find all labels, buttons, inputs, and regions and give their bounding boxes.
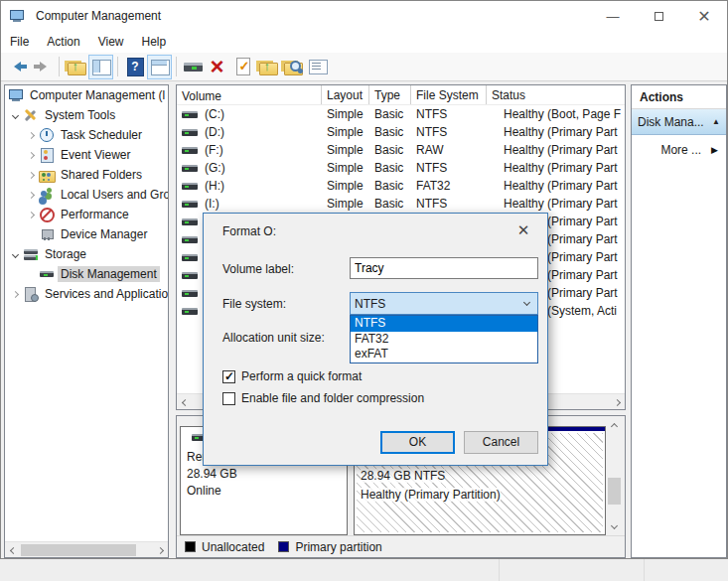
combobox-value: NTFS (355, 297, 385, 311)
tree-expander-icon[interactable] (12, 250, 19, 257)
volume-status: Healthy (Primary Part (487, 161, 625, 175)
dialog-close-button[interactable]: ✕ (511, 219, 535, 241)
table-row[interactable]: (G:) Simple Basic NTFS Healthy (Primary … (177, 159, 625, 177)
tree-horizontal-scrollbar[interactable] (5, 541, 168, 557)
volume-drive-icon (182, 218, 198, 225)
checkbox-row[interactable]: Perform a quick format (222, 369, 362, 383)
tree-item[interactable]: System Tools (5, 105, 168, 125)
table-row[interactable]: (F:) Simple Basic RAW Healthy (Primary P… (177, 141, 625, 159)
cancel-button[interactable]: Cancel (464, 431, 538, 454)
tree-item[interactable]: Local Users and Gro (5, 185, 168, 205)
tree-item[interactable]: Task Scheduler (5, 125, 168, 145)
computer-icon (8, 87, 24, 103)
forward-icon (33, 57, 53, 76)
menu-item[interactable]: Help (133, 31, 176, 53)
legend-swatch (185, 541, 196, 552)
toolbar-button[interactable] (147, 55, 172, 79)
column-header-volume[interactable]: Volume (177, 85, 322, 104)
toolbar-button[interactable] (88, 55, 113, 79)
volume-label-input[interactable] (350, 257, 538, 279)
tree-item[interactable]: Shared Folders (5, 165, 168, 185)
toolbar-button[interactable] (30, 55, 55, 79)
volume-layout: Simple (322, 161, 369, 175)
scroll-thumb[interactable] (21, 544, 136, 556)
table-row[interactable]: (I:) Simple Basic NTFS Healthy (Primary … (177, 195, 625, 213)
table-row[interactable]: (D:) Simple Basic NTFS Healthy (Primary … (177, 123, 625, 141)
ok-button[interactable]: OK (380, 431, 455, 454)
column-header-layout[interactable]: Layout (322, 85, 369, 104)
show-panel-icon (150, 57, 170, 76)
maximize-button[interactable] (636, 1, 681, 31)
tree-item-label: Local Users and Gro (58, 187, 169, 203)
console-tree: Computer Management (l System Tools Task… (5, 85, 168, 304)
toolbar-button[interactable] (181, 55, 206, 79)
volume-drive-icon (182, 290, 198, 297)
dropdown-option[interactable]: FAT32 (351, 332, 537, 348)
legend-label: Unallocated (202, 540, 264, 554)
scroll-left-button[interactable] (5, 543, 21, 558)
dropdown-option[interactable]: exFAT (351, 347, 537, 363)
toolbar-button[interactable] (5, 55, 30, 79)
title-bar[interactable]: Computer Management — ✕ (1, 1, 727, 31)
tree-expander-icon[interactable] (28, 151, 35, 158)
checkbox[interactable] (222, 392, 235, 405)
tree-expander-icon[interactable] (28, 171, 35, 178)
tree-item[interactable]: Device Manager (5, 224, 168, 244)
tree-item[interactable]: Performance (5, 205, 168, 224)
volume-drive-icon (182, 147, 198, 154)
volume-drive-icon (182, 111, 198, 118)
tree-item[interactable]: Services and Applicatio (5, 284, 168, 304)
table-row[interactable]: (C:) Simple Basic NTFS Healthy (Boot, Pa… (177, 105, 625, 123)
menu-item[interactable]: File (1, 31, 38, 53)
tree-item[interactable]: Event Viewer (5, 145, 168, 165)
device-manager-icon (39, 226, 55, 242)
table-row[interactable]: (H:) Simple Basic FAT32 Healthy (Primary… (177, 177, 625, 195)
toolbar-button[interactable] (280, 55, 305, 79)
delete-icon (209, 57, 228, 76)
volume-type: Basic (369, 107, 411, 121)
toolbar-button[interactable] (255, 55, 280, 79)
tree-expander-icon[interactable] (12, 111, 19, 118)
tree-expander-icon[interactable] (28, 211, 35, 218)
minimize-button[interactable]: — (590, 1, 636, 31)
tree-item-label: Device Manager (58, 226, 150, 242)
volume-file-system: FAT32 (411, 179, 487, 193)
actions-section-disk-management[interactable]: Disk Mana... ▲ (632, 109, 726, 135)
close-button[interactable]: ✕ (681, 1, 727, 31)
graphical-view-vertical-scrollbar[interactable] (606, 418, 623, 534)
toolbar-button[interactable] (305, 55, 330, 79)
volume-drive-icon (182, 129, 198, 136)
column-header-file-system[interactable]: File System (411, 85, 487, 104)
tree-item[interactable]: Storage (5, 244, 168, 264)
volume-status: Healthy (Primary Part (487, 143, 625, 157)
column-header-status[interactable]: Status (487, 85, 625, 104)
scroll-thumb[interactable] (608, 478, 621, 505)
strip-divider (499, 559, 500, 581)
menu-item[interactable]: Action (38, 31, 88, 53)
scroll-up-button[interactable] (606, 418, 623, 434)
scroll-left-button[interactable] (177, 395, 193, 410)
checkbox-row[interactable]: Enable file and folder compression (222, 391, 424, 405)
toolbar-button[interactable] (64, 55, 88, 79)
window-title: Computer Management (36, 9, 161, 23)
file-system-combobox[interactable]: NTFS (350, 292, 538, 315)
services-icon (23, 286, 39, 302)
scroll-right-button[interactable] (609, 395, 625, 410)
checkbox[interactable] (222, 370, 235, 383)
more-actions-label: More ... (660, 143, 701, 157)
tree-expander-icon[interactable] (28, 131, 35, 138)
actions-more-item[interactable]: More ... ▶ (632, 135, 726, 159)
dropdown-option[interactable]: NTFS (351, 316, 537, 332)
tree-expander-icon[interactable] (12, 290, 19, 297)
tree-item[interactable]: Computer Management (l (5, 85, 168, 105)
scroll-down-button[interactable] (606, 518, 623, 534)
toolbar-button[interactable] (206, 55, 230, 79)
scroll-right-button[interactable] (152, 543, 168, 558)
toolbar-button[interactable] (122, 55, 147, 79)
toolbar-button[interactable] (230, 55, 255, 79)
tree-item[interactable]: Disk Management (5, 264, 168, 284)
collapse-icon[interactable]: ▲ (712, 117, 720, 126)
tree-expander-icon[interactable] (28, 191, 35, 198)
column-header-type[interactable]: Type (369, 85, 411, 104)
menu-item[interactable]: View (89, 31, 133, 53)
